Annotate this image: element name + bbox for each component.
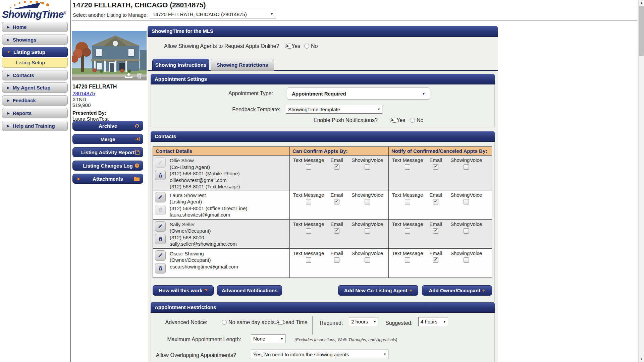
sidebar-item-label: Listing Setup xyxy=(13,49,45,55)
notify-showingvoice-checkbox[interactable] xyxy=(464,228,469,234)
feedback-template-select[interactable]: ShowingTime Template ▼ xyxy=(286,105,382,114)
notify-showingvoice-checkbox[interactable] xyxy=(464,164,469,170)
notify-text-message-checkbox[interactable] xyxy=(405,199,410,204)
confirm-showingvoice-checkbox[interactable] xyxy=(365,164,370,170)
sidebar-item-my-agent-setup[interactable]: ▶ My Agent Setup xyxy=(2,82,68,93)
confirm-email-checkbox[interactable] xyxy=(334,228,339,234)
checkbox-label: ShowingVoice xyxy=(352,221,383,227)
delete-contact-button[interactable] xyxy=(155,234,166,244)
listing-select-value: 14720 FELLRATH, CHICAGO (28014875) xyxy=(153,11,247,17)
required-select[interactable]: 2 hours ▼ xyxy=(349,317,378,326)
trash-icon xyxy=(158,173,163,178)
edit-contact-button[interactable] xyxy=(155,157,166,168)
sidebar-item-listing-setup[interactable]: ▼ Listing Setup xyxy=(2,47,68,57)
delete-contact-button[interactable] xyxy=(155,263,166,274)
upload-photo-icon[interactable] xyxy=(125,73,133,78)
sidebar-item-label: Showings xyxy=(13,37,37,43)
checkbox-label: ShowingVoice xyxy=(450,192,482,198)
appointment-type-select[interactable]: Appointment Required ▼ xyxy=(287,87,430,100)
column-header-can-confirm: Can Confirm Appts By: xyxy=(289,147,388,155)
column-header-contact-details: Contact Details xyxy=(153,147,289,155)
lead-time-label: Lead Time xyxy=(282,319,308,325)
scroll-up-button[interactable]: ▲ xyxy=(639,0,644,6)
sidebar-subitem-listing-setup[interactable]: Listing Setup xyxy=(2,58,68,68)
listing-mls-number-link[interactable]: 28014875 xyxy=(72,90,95,96)
sidebar-item-contacts[interactable]: ▶ Contacts xyxy=(2,70,68,80)
no-same-day-label: No same day appts. xyxy=(228,319,276,325)
sidebar-item-help-and-training[interactable]: ▶ Help and Training xyxy=(2,121,68,131)
chevron-right-icon: ▶ xyxy=(77,177,80,181)
allow-appts-yes-label: Yes xyxy=(291,43,300,49)
listing-changes-log-button[interactable]: Listing Changes Log xyxy=(72,161,143,171)
advanced-notifications-button[interactable]: Advanced Notifications xyxy=(217,285,282,296)
notify-email-checkbox[interactable] xyxy=(433,199,438,204)
confirm-email-checkbox[interactable] xyxy=(334,257,339,263)
suggested-label: Suggested: xyxy=(385,320,414,326)
tab-showing-instructions[interactable]: Showing Instructions xyxy=(152,59,209,71)
dropdown-arrow-icon: ▼ xyxy=(373,320,376,323)
confirm-showingvoice-checkbox[interactable] xyxy=(365,257,370,263)
add-co-listing-agent-button[interactable]: Add New Co-Listing Agent + xyxy=(338,285,418,296)
delete-photo-icon[interactable] xyxy=(137,73,142,78)
no-same-day-radio[interactable] xyxy=(222,320,227,325)
scrollbar-thumb[interactable] xyxy=(639,6,644,56)
archive-button[interactable]: Archive xyxy=(72,121,143,131)
sidebar-item-home[interactable]: ▶ Home xyxy=(2,22,68,32)
confirm-text-message-checkbox[interactable] xyxy=(306,228,311,234)
listing-photo xyxy=(72,31,147,80)
push-no-radio[interactable] xyxy=(410,118,415,123)
confirm-text-message-checkbox[interactable] xyxy=(306,164,311,170)
notify-email-checkbox[interactable] xyxy=(433,257,438,263)
edit-contact-button[interactable] xyxy=(155,221,166,232)
confirm-showingvoice-checkbox[interactable] xyxy=(365,228,370,234)
contact-detail-line: (312) 568-8001 (Office Direct Line) xyxy=(170,205,289,212)
confirm-email-checkbox[interactable] xyxy=(334,199,339,204)
merge-button[interactable]: Merge xyxy=(72,134,143,144)
listing-activity-report-button[interactable]: Listing Activity Report xyxy=(72,147,143,157)
suggested-select[interactable]: 4 hours ▼ xyxy=(418,317,448,326)
confirm-email-checkbox[interactable] xyxy=(334,164,339,170)
notify-text-message-checkbox[interactable] xyxy=(405,257,410,263)
notify-email-checkbox[interactable] xyxy=(433,228,438,234)
confirm-text-message-checkbox[interactable] xyxy=(306,257,311,263)
chevron-down-icon: ▼ xyxy=(7,50,10,54)
delete-contact-button[interactable] xyxy=(155,170,166,180)
edit-contact-button[interactable] xyxy=(155,250,166,261)
allow-overlapping-select[interactable]: Yes, No need to inform the showing agent… xyxy=(251,350,388,359)
sidebar-item-showings[interactable]: ▶ Showings xyxy=(2,35,68,45)
checkbox-label: Text Message xyxy=(293,192,324,198)
scrollbar[interactable]: ▲ ▼ xyxy=(638,0,644,362)
edit-contact-button[interactable] xyxy=(155,192,166,202)
max-appointment-length-select[interactable]: None ▼ xyxy=(251,334,285,343)
can-confirm-cell: Text MessageEmailShowingVoice xyxy=(289,156,388,190)
sidebar-item-feedback[interactable]: ▶ Feedback xyxy=(2,95,68,106)
notify-text-message-checkbox[interactable] xyxy=(405,228,410,234)
attachments-button[interactable]: ▶ Attachments xyxy=(72,174,143,184)
dropdown-arrow-icon: ▼ xyxy=(377,108,380,111)
checkbox-label: ShowingVoice xyxy=(352,192,383,198)
notify-showingvoice-checkbox[interactable] xyxy=(464,257,469,263)
confirm-text-message-checkbox[interactable] xyxy=(306,199,311,204)
delete-contact-button[interactable] xyxy=(155,205,166,215)
add-owner-occupant-button[interactable]: Add Owner/Occupant + xyxy=(422,285,492,296)
allow-appts-no-radio[interactable] xyxy=(304,44,309,49)
required-label: Required: xyxy=(320,320,343,326)
scroll-down-button[interactable]: ▼ xyxy=(639,356,644,362)
contact-row: Laura ShowTest(Listing Agent)(312) 568-8… xyxy=(153,190,492,220)
showingtime-logo: ShowingTime® xyxy=(1,1,69,20)
how-will-this-work-button[interactable]: How will this work ? xyxy=(153,285,214,296)
notify-showingvoice-checkbox[interactable] xyxy=(464,199,469,204)
confirm-showingvoice-checkbox[interactable] xyxy=(365,199,370,204)
checkbox-label: Email xyxy=(330,221,343,227)
notify-email-checkbox[interactable] xyxy=(433,164,438,170)
contact-detail-line: (312) 568-8001 (Mobile Phone) xyxy=(170,170,289,177)
contact-details-cell: Sally Seller(Owner/Occupant)(312) 568-80… xyxy=(153,220,289,248)
sidebar-item-reports[interactable]: ▶ Reports xyxy=(2,108,68,118)
notify-text-message-checkbox[interactable] xyxy=(405,164,410,170)
contact-detail-line: (Listing Agent) xyxy=(170,198,289,205)
can-confirm-cell: Text MessageEmailShowingVoice xyxy=(289,249,388,278)
contact-detail-line: sally.seller@showingtime.com xyxy=(170,241,289,247)
listing-select[interactable]: 14720 FELLRATH, CHICAGO (28014875) ▼ xyxy=(150,10,276,18)
tab-showing-restrictions[interactable]: Showing Restrictions xyxy=(211,59,274,71)
contact-detail-line: (Owner/Occupant) xyxy=(170,257,289,263)
